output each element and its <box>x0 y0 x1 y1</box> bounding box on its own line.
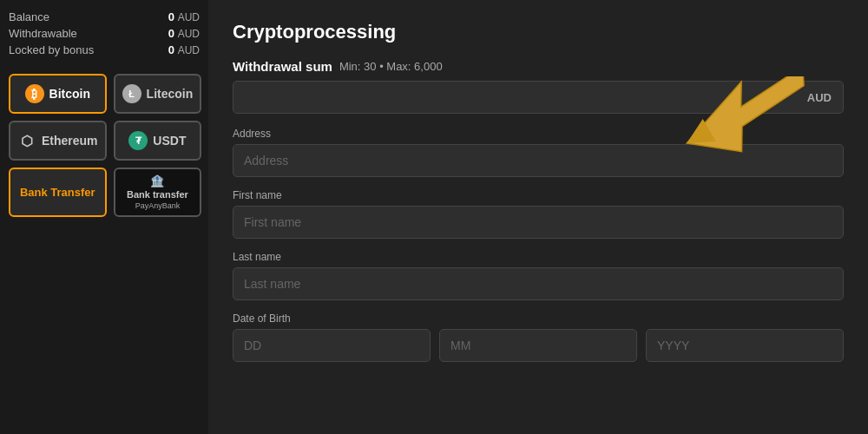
sidebar: Balance 0 AUD Withdrawable 0 AUD Locked … <box>0 0 208 434</box>
litecoin-icon: Ł <box>122 84 141 103</box>
address-group: Address <box>233 128 844 177</box>
payment-btn-litecoin[interactable]: Ł Litecoin <box>114 74 202 114</box>
bank-small-icon: 🏦 <box>150 174 164 187</box>
ethereum-icon: ⬡ <box>17 131 36 150</box>
first-name-input[interactable] <box>233 206 844 239</box>
last-name-group: Last name <box>233 251 844 300</box>
dob-dd-input[interactable] <box>233 329 431 362</box>
last-name-input[interactable] <box>233 267 844 300</box>
payanybank-label: Bank transfer <box>127 189 188 200</box>
payment-btn-ethereum[interactable]: ⬡ Ethereum <box>9 121 107 161</box>
balance-label: Balance <box>9 10 49 23</box>
dob-group: Date of Birth <box>233 312 844 362</box>
dob-inputs <box>233 329 844 362</box>
payment-btn-bank-transfer[interactable]: Bank Transfer <box>9 168 107 217</box>
usdt-label: USDT <box>153 134 186 148</box>
locked-value: 0 AUD <box>168 43 200 56</box>
withdrawable-value: 0 AUD <box>168 27 200 40</box>
payment-methods-grid: ₿ Bitcoin Ł Litecoin ⬡ Ethereum ₮ USDT B… <box>9 74 200 217</box>
withdrawal-amount-input[interactable] <box>233 81 844 114</box>
address-label: Address <box>233 128 844 140</box>
withdrawal-amount-field: AUD <box>233 81 844 114</box>
balance-row: Balance 0 AUD <box>9 10 200 23</box>
withdrawal-limits: Min: 30 • Max: 6,000 <box>339 60 443 73</box>
dob-yyyy-input[interactable] <box>646 329 844 362</box>
bitcoin-label: Bitcoin <box>49 87 90 101</box>
balance-section: Balance 0 AUD Withdrawable 0 AUD Locked … <box>9 10 200 60</box>
withdrawable-label: Withdrawable <box>9 27 77 40</box>
page-title: Cryptoprocessing <box>233 21 844 43</box>
payment-btn-bitcoin[interactable]: ₿ Bitcoin <box>9 74 107 114</box>
ethereum-label: Ethereum <box>42 134 98 148</box>
balance-value: 0 AUD <box>168 10 200 23</box>
payment-btn-payanybank[interactable]: 🏦 Bank transfer PayAnyBank <box>114 168 202 217</box>
dob-label: Date of Birth <box>233 312 844 325</box>
locked-label: Locked by bonus <box>9 43 94 56</box>
last-name-label: Last name <box>233 251 844 263</box>
first-name-label: First name <box>233 189 844 201</box>
usdt-icon: ₮ <box>128 131 148 150</box>
withdrawable-row: Withdrawable 0 AUD <box>9 27 200 40</box>
withdrawal-label: Withdrawal sum Min: 30 • Max: 6,000 <box>233 59 844 74</box>
main-content: Cryptoprocessing Withdrawal sum Min: 30 … <box>208 0 868 434</box>
first-name-group: First name <box>233 189 844 239</box>
payanybank-sublabel: PayAnyBank <box>135 201 181 210</box>
payment-btn-usdt[interactable]: ₮ USDT <box>114 121 202 161</box>
litecoin-label: Litecoin <box>147 87 194 101</box>
locked-row: Locked by bonus 0 AUD <box>9 43 200 56</box>
bitcoin-icon: ₿ <box>25 84 44 103</box>
address-input[interactable] <box>233 144 844 177</box>
dob-mm-input[interactable] <box>439 329 637 362</box>
bank-transfer-label: Bank Transfer <box>20 186 95 199</box>
